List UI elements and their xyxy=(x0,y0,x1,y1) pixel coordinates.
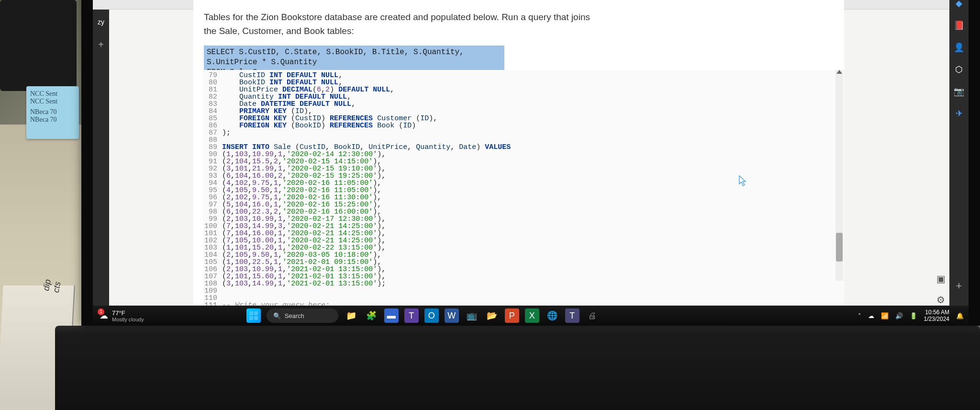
code-line[interactable]: 94(4,102,9.75,1,'2020-02-16 11:05:00'), xyxy=(203,180,844,187)
code-line[interactable]: 85 FOREIGN KEY (CustID) REFERENCES Custo… xyxy=(203,115,844,122)
diamond-icon[interactable]: ◆ xyxy=(956,0,962,9)
taskbar-app-2[interactable]: 🧩 xyxy=(364,308,379,323)
line-number: 105 xyxy=(203,259,222,266)
line-number: 109 xyxy=(203,287,222,295)
clock[interactable]: 10:56 AM 1/23/2024 xyxy=(924,309,949,323)
code-line[interactable]: 79 CustID INT DEFAULT NULL, xyxy=(203,72,844,79)
taskbar-app-10[interactable]: X xyxy=(525,308,539,323)
volume-icon[interactable]: 🔊 xyxy=(895,312,903,319)
vertical-scroll-thumb[interactable] xyxy=(836,233,843,262)
taskbar-center: 🔍 Search 📁 🧩 ▬ T O W 📺 📂 P X 🌐 T 🖨 xyxy=(246,308,600,323)
code-line[interactable]: 105(1,100,22.5,1,'2021-02-01 09:15:00'), xyxy=(203,259,844,266)
weather-icon: ☁ 1 xyxy=(100,310,108,321)
code-line[interactable]: 109 xyxy=(203,287,844,295)
line-number: 82 xyxy=(203,93,222,101)
gear-icon[interactable]: ⚙ xyxy=(936,294,946,306)
code-line[interactable]: 80 BookID INT DEFAULT NULL, xyxy=(203,79,844,86)
person-icon[interactable]: 👤 xyxy=(954,42,964,53)
sql-line: SELECT S.CustID, C.State, S.BookID, B.Ti… xyxy=(207,47,501,68)
code-line[interactable]: 91(2,104,15.5,2,'2020-02-15 14:15:00'), xyxy=(203,158,844,165)
code-text: (7,103,14.99,3,'2020-02-21 14:25:00'), xyxy=(222,223,386,230)
svg-rect-1 xyxy=(254,311,258,315)
code-line[interactable]: 86 FOREIGN KEY (BookID) REFERENCES Book … xyxy=(203,122,844,129)
taskbar-app-12[interactable]: T xyxy=(565,308,579,323)
taskbar-app-7[interactable]: 📺 xyxy=(465,308,479,323)
start-button[interactable] xyxy=(246,308,261,323)
code-text: (2,104,15.5,2,'2020-02-15 14:15:00'), xyxy=(222,158,381,165)
windows-taskbar[interactable]: ☁ 1 77°F Mostly cloudy 🔍 Search xyxy=(93,306,969,326)
camera-icon[interactable]: 📷 xyxy=(954,86,964,97)
notification-badge: 1 xyxy=(98,308,104,315)
hex-icon[interactable]: ⬡ xyxy=(955,64,963,75)
taskbar-app-13[interactable]: 🖨 xyxy=(585,308,600,323)
code-line[interactable]: 100(7,103,14.99,3,'2020-02-21 14:25:00')… xyxy=(203,223,844,230)
code-text: (4,102,9.75,1,'2020-02-16 11:05:00'), xyxy=(222,180,381,187)
code-line[interactable]: 93(6,104,16.00,2,'2020-02-15 19:25:00'), xyxy=(203,172,844,180)
new-tab-button[interactable]: + xyxy=(93,39,109,50)
chevron-up-icon[interactable]: ˄ xyxy=(858,312,861,319)
temperature: 77°F xyxy=(112,309,144,317)
taskbar-app-8[interactable]: 📂 xyxy=(485,308,499,323)
taskbar-app-1[interactable]: 📁 xyxy=(344,308,358,323)
wifi-icon[interactable]: 📶 xyxy=(881,312,889,319)
taskbar-app-3[interactable]: ▬ xyxy=(384,308,399,323)
svg-rect-0 xyxy=(249,311,253,315)
code-line[interactable]: 90(1,103,10.99,1,'2020-02-14 12:30:00'), xyxy=(203,151,844,158)
line-number: 103 xyxy=(203,244,222,251)
code-line[interactable]: 104(2,105,9.50,1,'2020-03-05 10:18:00'), xyxy=(203,251,844,259)
code-line[interactable]: 99(2,103,10.99,1,'2020-02-17 12:30:00'), xyxy=(203,216,844,223)
browser-vertical-tabs[interactable]: zy + xyxy=(93,10,109,326)
taskbar-app-11[interactable]: 🌐 xyxy=(545,308,559,323)
code-line[interactable]: 108(3,103,14.99,1,'2021-02-01 13:15:00')… xyxy=(203,280,844,287)
code-line[interactable]: 84 PRIMARY KEY (ID), xyxy=(203,108,844,115)
code-line[interactable]: 103(1,101,15.20,1,'2020-02-22 13:15:00')… xyxy=(203,244,844,251)
browser-right-sidebar[interactable]: ◆ 📕 👤 ⬡ 📷 ✈ + xyxy=(949,0,969,326)
code-line[interactable]: 81 UnitPrice DECIMAL(6,2) DEFAULT NULL, xyxy=(203,86,844,93)
vertical-scrollbar[interactable] xyxy=(835,70,843,281)
send-icon[interactable]: ✈ xyxy=(956,108,963,119)
layout-icon[interactable]: ▣ xyxy=(936,273,946,285)
book-icon[interactable]: 📕 xyxy=(954,20,964,31)
svg-rect-2 xyxy=(249,316,253,320)
code-line[interactable]: 106(2,103,10.99,1,'2021-02-01 13:15:00')… xyxy=(203,266,844,273)
code-line[interactable]: 88 xyxy=(203,137,844,144)
black-speaker xyxy=(0,0,77,91)
code-line[interactable]: 83 Date DATETIME DEFAULT NULL, xyxy=(203,101,844,108)
code-line[interactable]: 97(5,104,16.0,1,'2020-02-16 15:25:00'), xyxy=(203,201,844,208)
code-line[interactable]: 110 xyxy=(203,295,844,302)
sticky-line: NBeca 70 xyxy=(30,116,75,124)
weather-widget[interactable]: ☁ 1 77°F Mostly cloudy xyxy=(93,309,151,322)
code-line[interactable]: 89INSERT INTO Sale (CustID, BookID, Unit… xyxy=(203,144,844,151)
scroll-up-arrow-icon[interactable] xyxy=(836,70,842,74)
add-extension-button[interactable]: + xyxy=(956,280,962,292)
code-line[interactable]: 102(7,105,10.00,1,'2020-02-21 14:25:00')… xyxy=(203,237,844,244)
battery-icon[interactable]: 🔋 xyxy=(910,312,917,319)
line-number: 88 xyxy=(203,137,222,144)
code-line[interactable]: 95(4,105,9.50,1,'2020-02-16 11:05:00'), xyxy=(203,187,844,194)
code-text: (3,103,14.99,1,'2021-02-01 13:15:00'); xyxy=(222,280,386,287)
paper-label: dip cts xyxy=(41,266,69,294)
code-line[interactable]: 96(2,102,9.75,1,'2020-02-16 11:30:00'), xyxy=(203,194,844,201)
code-editor[interactable]: 79 CustID INT DEFAULT NULL,80 BookID INT… xyxy=(203,70,844,326)
taskbar-app-6[interactable]: W xyxy=(445,308,459,323)
code-line[interactable]: 107(2,101,15.60,1,'2021-02-01 13:15:00')… xyxy=(203,273,844,280)
taskbar-search[interactable]: 🔍 Search xyxy=(267,308,338,323)
code-line[interactable]: 87); xyxy=(203,129,844,137)
code-line[interactable]: 82 Quantity INT DEFAULT NULL, xyxy=(203,93,844,101)
code-text: (6,104,16.00,2,'2020-02-15 19:25:00'), xyxy=(222,172,386,180)
line-number: 83 xyxy=(203,101,222,108)
code-line[interactable]: 98(6,100,22.3,2,'2020-02-16 16:00:00'), xyxy=(203,208,844,216)
notification-icon[interactable]: 🔔 xyxy=(956,312,964,319)
code-text: BookID INT DEFAULT NULL, xyxy=(222,79,343,86)
code-line[interactable]: 101(7,104,16.00,1,'2020-02-21 14:25:00')… xyxy=(203,230,844,237)
taskbar-app-4[interactable]: T xyxy=(404,308,419,323)
cloud-icon[interactable]: ☁ xyxy=(868,312,874,319)
taskbar-app-5[interactable]: O xyxy=(424,308,439,323)
taskbar-app-9[interactable]: P xyxy=(505,308,519,323)
code-text: ); xyxy=(222,129,231,137)
taskbar-tray[interactable]: ˄ ☁ 📶 🔊 🔋 10:56 AM 1/23/2024 🔔 xyxy=(858,309,964,323)
code-text: (1,103,10.99,1,'2020-02-14 12:30:00'), xyxy=(222,151,386,158)
code-line[interactable]: 92(3,101,21.99,1,'2020-02-15 19:10:00'), xyxy=(203,165,844,172)
tab-zybooks[interactable]: zy xyxy=(93,18,109,26)
screen: zy + ◆ 📕 👤 ⬡ 📷 ✈ + Tables for the Zion B… xyxy=(93,0,969,326)
